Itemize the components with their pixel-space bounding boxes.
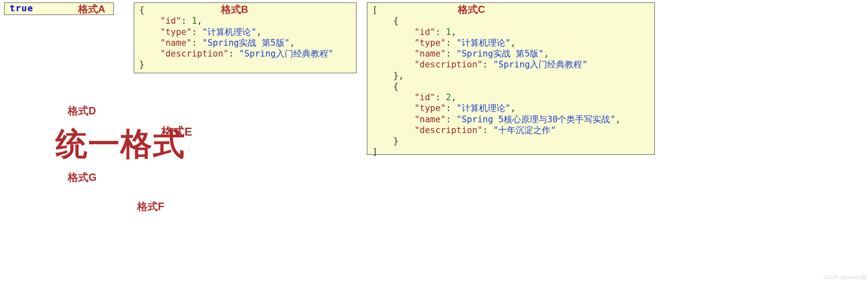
box-a-value: true xyxy=(10,3,33,13)
watermark: CSDN @java白杨 xyxy=(824,274,867,281)
format-label-c: 格式C xyxy=(458,3,485,16)
format-label-g: 格式G xyxy=(68,171,96,184)
format-label-f: 格式F xyxy=(137,200,164,213)
format-label-a: 格式A xyxy=(78,2,105,16)
unified-format-heading: 统一格式 xyxy=(56,123,185,166)
format-box-c: [ { "id": 1, "type": "计算机理论", "name": "S… xyxy=(367,2,655,155)
format-label-d: 格式D xyxy=(68,104,96,118)
format-label-b: 格式B xyxy=(221,3,248,16)
json-array-c: [ { "id": 1, "type": "计算机理论", "name": "S… xyxy=(372,5,649,158)
